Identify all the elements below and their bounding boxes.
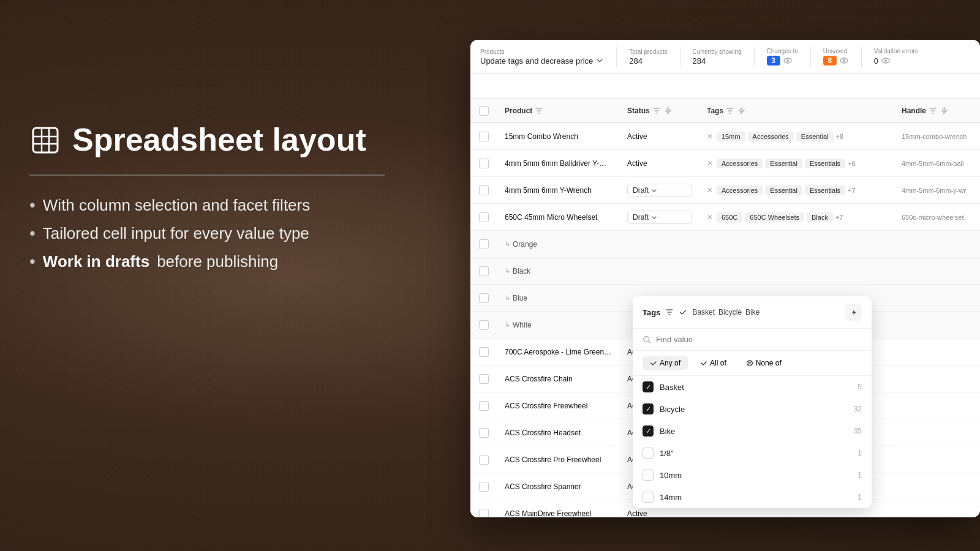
- select-all-check[interactable]: [470, 106, 497, 116]
- status-cell[interactable]: Draft: [620, 184, 699, 197]
- row-checkbox-cell[interactable]: [470, 509, 497, 518]
- row-checkbox[interactable]: [479, 455, 489, 465]
- tag-pill: 650C: [717, 212, 742, 222]
- status-cell[interactable]: Active: [620, 132, 699, 141]
- table-row[interactable]: 15mm Combo Wrench Active ✕15mmAccessorie…: [470, 123, 980, 150]
- any-of-button[interactable]: Any of: [643, 356, 688, 370]
- row-checkbox-cell[interactable]: [470, 347, 497, 357]
- row-checkbox[interactable]: [479, 428, 489, 438]
- none-of-button[interactable]: None of: [739, 356, 789, 370]
- row-checkbox[interactable]: [479, 401, 489, 411]
- filter-dropdown[interactable]: Tags Basket Bicycle Bike: [633, 296, 872, 508]
- filter-item[interactable]: 10mm 1: [633, 464, 872, 486]
- product-name: ACS Crossfire Headset: [497, 429, 620, 437]
- filter-item[interactable]: Basket 5: [633, 376, 872, 398]
- row-checkbox-cell[interactable]: [470, 132, 497, 141]
- filter-item[interactable]: 1/8" 1: [633, 442, 872, 464]
- row-checkbox-cell[interactable]: [470, 320, 497, 330]
- row-checkbox-cell[interactable]: [470, 159, 497, 168]
- tag-remove-icon[interactable]: ✕: [707, 186, 713, 195]
- toolbar-divider-4: [810, 47, 811, 67]
- tags-header[interactable]: Tags: [699, 107, 894, 115]
- tags-cell[interactable]: ✕AccessoriesEssentialEssentials+6: [699, 159, 894, 168]
- row-checkbox[interactable]: [479, 293, 489, 303]
- row-checkbox-cell[interactable]: [470, 401, 497, 411]
- row-checkbox-cell[interactable]: [470, 239, 497, 249]
- row-checkbox[interactable]: [479, 482, 489, 492]
- filter-item-label: Basket: [660, 383, 851, 392]
- row-checkbox[interactable]: [479, 347, 489, 357]
- filter-active-tags: Basket Bicycle Bike: [692, 308, 760, 317]
- row-checkbox-cell[interactable]: [470, 212, 497, 222]
- row-checkbox-cell[interactable]: [470, 455, 497, 465]
- filter-search-input[interactable]: [656, 335, 862, 344]
- handle-cell: 4mm-5mm-6mm-ball: [894, 160, 980, 167]
- filter-item-count: 1: [858, 471, 862, 479]
- tag-pill: Essential: [765, 159, 802, 168]
- row-checkbox[interactable]: [479, 186, 489, 195]
- tag-remove-icon[interactable]: ✕: [707, 132, 713, 141]
- status-select[interactable]: Draft: [627, 211, 692, 224]
- row-checkbox[interactable]: [479, 509, 489, 518]
- tag-pill: Accessories: [748, 132, 794, 141]
- toolbar: Products Update tags and decrease price …: [470, 40, 980, 74]
- row-checkbox-cell[interactable]: [470, 293, 497, 303]
- row-checkbox[interactable]: [479, 320, 489, 330]
- product-name: ACS Crossfire Chain: [497, 375, 620, 383]
- row-checkbox-cell[interactable]: [470, 186, 497, 195]
- feature-item-1: With column selection and facet filters: [29, 195, 446, 215]
- filter-item-checkbox[interactable]: [643, 403, 654, 414]
- all-of-button[interactable]: All of: [693, 356, 734, 370]
- tag-remove-icon[interactable]: ✕: [707, 213, 713, 222]
- table-row[interactable]: 4mm 5mm 6mm Y-Wrench Draft ✕AccessoriesE…: [470, 177, 980, 204]
- status-header[interactable]: Status: [620, 107, 699, 115]
- tag-more: +8: [836, 133, 844, 140]
- header-checkbox[interactable]: [479, 106, 489, 116]
- row-checkbox[interactable]: [479, 239, 489, 249]
- tag-remove-icon[interactable]: ✕: [707, 159, 713, 168]
- filter-search-area[interactable]: [633, 329, 872, 351]
- tags-cell[interactable]: ✕650C650C WheelsetsBlack+7: [699, 212, 894, 222]
- tag-pill: Essential: [796, 132, 834, 141]
- table-row[interactable]: ↳ Orange: [470, 231, 980, 258]
- handle-cell: 4mm-5mm-6mm-y-wr: [894, 187, 980, 194]
- row-checkbox[interactable]: [479, 212, 489, 222]
- tags-cell[interactable]: ✕15mmAccessoriesEssential+8: [699, 132, 894, 141]
- row-checkbox[interactable]: [479, 159, 489, 168]
- filter-item-checkbox[interactable]: [643, 425, 654, 437]
- filter-item[interactable]: Bicycle 32: [633, 398, 872, 420]
- status-select[interactable]: Draft: [627, 184, 692, 197]
- filter-item-checkbox[interactable]: [643, 381, 654, 392]
- status-chevron-icon: [651, 187, 657, 193]
- handle-header[interactable]: Handle: [894, 107, 980, 115]
- workflow-selector[interactable]: Update tags and decrease price: [480, 56, 604, 66]
- table-row[interactable]: 650C 45mm Micro Wheelset Draft ✕650C650C…: [470, 204, 980, 231]
- status-cell[interactable]: Draft: [620, 211, 699, 224]
- all-of-check-icon: [700, 359, 707, 367]
- product-name: 700C Aerospoke - Lime Green Front: [497, 348, 620, 356]
- filter-item-checkbox[interactable]: [643, 470, 654, 481]
- tags-cell[interactable]: ✕AccessoriesEssentialEssentials+7: [699, 186, 894, 195]
- variant-arrow-icon: ↳: [505, 267, 510, 275]
- row-checkbox[interactable]: [479, 266, 489, 276]
- table-row[interactable]: 4mm 5mm 6mm Balldriver Y-Wrench Active ✕…: [470, 150, 980, 177]
- filter-lightning-btn[interactable]: [845, 304, 862, 321]
- row-checkbox-cell[interactable]: [470, 428, 497, 438]
- row-checkbox-cell[interactable]: [470, 374, 497, 384]
- svg-point-6: [786, 59, 789, 62]
- filter-item-checkbox[interactable]: [643, 492, 654, 503]
- filter-item[interactable]: Bike 35: [633, 420, 872, 442]
- product-name: ACS Crossfire Spanner: [497, 482, 620, 491]
- filter-item[interactable]: 14mm 1: [633, 486, 872, 508]
- row-checkbox-cell[interactable]: [470, 482, 497, 492]
- product-header[interactable]: Product: [497, 107, 620, 115]
- row-checkbox-cell[interactable]: [470, 266, 497, 276]
- row-checkbox[interactable]: [479, 374, 489, 384]
- filter-items-list[interactable]: Basket 5 Bicycle 32 Bike 35 1/8" 1 10mm …: [633, 376, 872, 508]
- status-cell[interactable]: Active: [620, 159, 699, 168]
- status-cell[interactable]: Active: [620, 509, 699, 518]
- table-row[interactable]: ↳ Black: [470, 258, 980, 285]
- product-name: 650C 45mm Micro Wheelset: [497, 213, 620, 222]
- filter-item-checkbox[interactable]: [643, 448, 654, 459]
- row-checkbox[interactable]: [479, 132, 489, 141]
